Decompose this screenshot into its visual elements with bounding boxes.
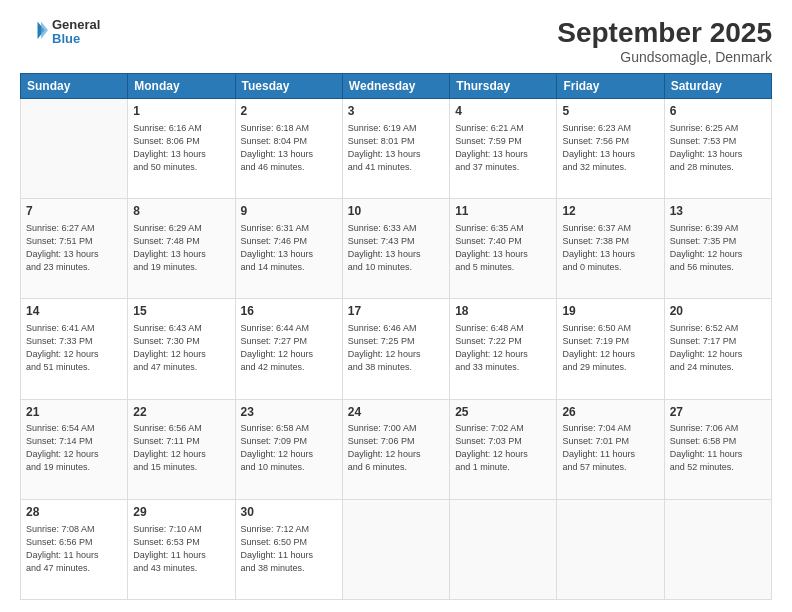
day-info: Sunrise: 6:56 AMSunset: 7:11 PMDaylight:… bbox=[133, 422, 229, 474]
col-header-wednesday: Wednesday bbox=[342, 73, 449, 98]
day-cell: 15Sunrise: 6:43 AMSunset: 7:30 PMDayligh… bbox=[128, 299, 235, 399]
day-info: Sunrise: 7:04 AMSunset: 7:01 PMDaylight:… bbox=[562, 422, 658, 474]
week-row-4: 21Sunrise: 6:54 AMSunset: 7:14 PMDayligh… bbox=[21, 399, 772, 499]
day-cell: 25Sunrise: 7:02 AMSunset: 7:03 PMDayligh… bbox=[450, 399, 557, 499]
day-cell: 4Sunrise: 6:21 AMSunset: 7:59 PMDaylight… bbox=[450, 98, 557, 198]
day-info: Sunrise: 6:39 AMSunset: 7:35 PMDaylight:… bbox=[670, 222, 766, 274]
col-header-thursday: Thursday bbox=[450, 73, 557, 98]
day-cell: 16Sunrise: 6:44 AMSunset: 7:27 PMDayligh… bbox=[235, 299, 342, 399]
day-info: Sunrise: 6:44 AMSunset: 7:27 PMDaylight:… bbox=[241, 322, 337, 374]
day-info: Sunrise: 6:43 AMSunset: 7:30 PMDaylight:… bbox=[133, 322, 229, 374]
day-number: 14 bbox=[26, 303, 122, 320]
week-row-5: 28Sunrise: 7:08 AMSunset: 6:56 PMDayligh… bbox=[21, 499, 772, 599]
day-cell bbox=[21, 98, 128, 198]
day-info: Sunrise: 6:58 AMSunset: 7:09 PMDaylight:… bbox=[241, 422, 337, 474]
col-header-saturday: Saturday bbox=[664, 73, 771, 98]
day-cell: 2Sunrise: 6:18 AMSunset: 8:04 PMDaylight… bbox=[235, 98, 342, 198]
day-number: 20 bbox=[670, 303, 766, 320]
day-cell: 18Sunrise: 6:48 AMSunset: 7:22 PMDayligh… bbox=[450, 299, 557, 399]
day-number: 11 bbox=[455, 203, 551, 220]
day-info: Sunrise: 6:19 AMSunset: 8:01 PMDaylight:… bbox=[348, 122, 444, 174]
day-info: Sunrise: 6:29 AMSunset: 7:48 PMDaylight:… bbox=[133, 222, 229, 274]
title-area: September 2025 Gundsomagle, Denmark bbox=[557, 18, 772, 65]
day-number: 18 bbox=[455, 303, 551, 320]
day-info: Sunrise: 6:37 AMSunset: 7:38 PMDaylight:… bbox=[562, 222, 658, 274]
day-info: Sunrise: 6:52 AMSunset: 7:17 PMDaylight:… bbox=[670, 322, 766, 374]
col-header-friday: Friday bbox=[557, 73, 664, 98]
day-cell: 30Sunrise: 7:12 AMSunset: 6:50 PMDayligh… bbox=[235, 499, 342, 599]
day-info: Sunrise: 7:12 AMSunset: 6:50 PMDaylight:… bbox=[241, 523, 337, 575]
page: General Blue September 2025 Gundsomagle,… bbox=[0, 0, 792, 612]
day-info: Sunrise: 6:50 AMSunset: 7:19 PMDaylight:… bbox=[562, 322, 658, 374]
day-number: 24 bbox=[348, 404, 444, 421]
day-info: Sunrise: 6:16 AMSunset: 8:06 PMDaylight:… bbox=[133, 122, 229, 174]
col-header-tuesday: Tuesday bbox=[235, 73, 342, 98]
day-cell: 1Sunrise: 6:16 AMSunset: 8:06 PMDaylight… bbox=[128, 98, 235, 198]
day-number: 9 bbox=[241, 203, 337, 220]
day-info: Sunrise: 6:21 AMSunset: 7:59 PMDaylight:… bbox=[455, 122, 551, 174]
day-number: 23 bbox=[241, 404, 337, 421]
day-info: Sunrise: 6:46 AMSunset: 7:25 PMDaylight:… bbox=[348, 322, 444, 374]
day-number: 26 bbox=[562, 404, 658, 421]
day-cell: 8Sunrise: 6:29 AMSunset: 7:48 PMDaylight… bbox=[128, 199, 235, 299]
week-row-1: 1Sunrise: 6:16 AMSunset: 8:06 PMDaylight… bbox=[21, 98, 772, 198]
day-number: 10 bbox=[348, 203, 444, 220]
day-info: Sunrise: 6:25 AMSunset: 7:53 PMDaylight:… bbox=[670, 122, 766, 174]
day-cell: 3Sunrise: 6:19 AMSunset: 8:01 PMDaylight… bbox=[342, 98, 449, 198]
day-cell: 22Sunrise: 6:56 AMSunset: 7:11 PMDayligh… bbox=[128, 399, 235, 499]
col-header-sunday: Sunday bbox=[21, 73, 128, 98]
day-info: Sunrise: 6:18 AMSunset: 8:04 PMDaylight:… bbox=[241, 122, 337, 174]
day-info: Sunrise: 7:10 AMSunset: 6:53 PMDaylight:… bbox=[133, 523, 229, 575]
day-cell: 24Sunrise: 7:00 AMSunset: 7:06 PMDayligh… bbox=[342, 399, 449, 499]
day-cell bbox=[342, 499, 449, 599]
day-cell: 27Sunrise: 7:06 AMSunset: 6:58 PMDayligh… bbox=[664, 399, 771, 499]
day-cell: 12Sunrise: 6:37 AMSunset: 7:38 PMDayligh… bbox=[557, 199, 664, 299]
day-number: 7 bbox=[26, 203, 122, 220]
day-number: 28 bbox=[26, 504, 122, 521]
day-number: 3 bbox=[348, 103, 444, 120]
logo-line1: General bbox=[52, 18, 100, 32]
day-cell: 26Sunrise: 7:04 AMSunset: 7:01 PMDayligh… bbox=[557, 399, 664, 499]
day-cell: 14Sunrise: 6:41 AMSunset: 7:33 PMDayligh… bbox=[21, 299, 128, 399]
day-info: Sunrise: 7:06 AMSunset: 6:58 PMDaylight:… bbox=[670, 422, 766, 474]
col-header-monday: Monday bbox=[128, 73, 235, 98]
logo-text: General Blue bbox=[52, 18, 100, 47]
day-number: 15 bbox=[133, 303, 229, 320]
day-info: Sunrise: 7:02 AMSunset: 7:03 PMDaylight:… bbox=[455, 422, 551, 474]
day-number: 12 bbox=[562, 203, 658, 220]
day-number: 17 bbox=[348, 303, 444, 320]
day-number: 30 bbox=[241, 504, 337, 521]
day-number: 21 bbox=[26, 404, 122, 421]
day-number: 2 bbox=[241, 103, 337, 120]
day-cell bbox=[450, 499, 557, 599]
day-number: 5 bbox=[562, 103, 658, 120]
day-cell: 17Sunrise: 6:46 AMSunset: 7:25 PMDayligh… bbox=[342, 299, 449, 399]
day-number: 1 bbox=[133, 103, 229, 120]
day-info: Sunrise: 6:33 AMSunset: 7:43 PMDaylight:… bbox=[348, 222, 444, 274]
header-row: SundayMondayTuesdayWednesdayThursdayFrid… bbox=[21, 73, 772, 98]
week-row-2: 7Sunrise: 6:27 AMSunset: 7:51 PMDaylight… bbox=[21, 199, 772, 299]
day-cell: 13Sunrise: 6:39 AMSunset: 7:35 PMDayligh… bbox=[664, 199, 771, 299]
day-number: 6 bbox=[670, 103, 766, 120]
day-cell: 23Sunrise: 6:58 AMSunset: 7:09 PMDayligh… bbox=[235, 399, 342, 499]
day-number: 25 bbox=[455, 404, 551, 421]
day-cell: 20Sunrise: 6:52 AMSunset: 7:17 PMDayligh… bbox=[664, 299, 771, 399]
day-number: 16 bbox=[241, 303, 337, 320]
day-cell: 21Sunrise: 6:54 AMSunset: 7:14 PMDayligh… bbox=[21, 399, 128, 499]
day-cell: 7Sunrise: 6:27 AMSunset: 7:51 PMDaylight… bbox=[21, 199, 128, 299]
logo: General Blue bbox=[20, 18, 100, 47]
day-info: Sunrise: 6:23 AMSunset: 7:56 PMDaylight:… bbox=[562, 122, 658, 174]
day-number: 8 bbox=[133, 203, 229, 220]
calendar-title: September 2025 bbox=[557, 18, 772, 49]
day-number: 13 bbox=[670, 203, 766, 220]
day-number: 27 bbox=[670, 404, 766, 421]
day-cell: 5Sunrise: 6:23 AMSunset: 7:56 PMDaylight… bbox=[557, 98, 664, 198]
logo-icon bbox=[20, 18, 48, 46]
week-row-3: 14Sunrise: 6:41 AMSunset: 7:33 PMDayligh… bbox=[21, 299, 772, 399]
day-cell bbox=[664, 499, 771, 599]
day-cell: 10Sunrise: 6:33 AMSunset: 7:43 PMDayligh… bbox=[342, 199, 449, 299]
day-number: 19 bbox=[562, 303, 658, 320]
day-info: Sunrise: 7:08 AMSunset: 6:56 PMDaylight:… bbox=[26, 523, 122, 575]
calendar-table: SundayMondayTuesdayWednesdayThursdayFrid… bbox=[20, 73, 772, 600]
day-cell: 11Sunrise: 6:35 AMSunset: 7:40 PMDayligh… bbox=[450, 199, 557, 299]
